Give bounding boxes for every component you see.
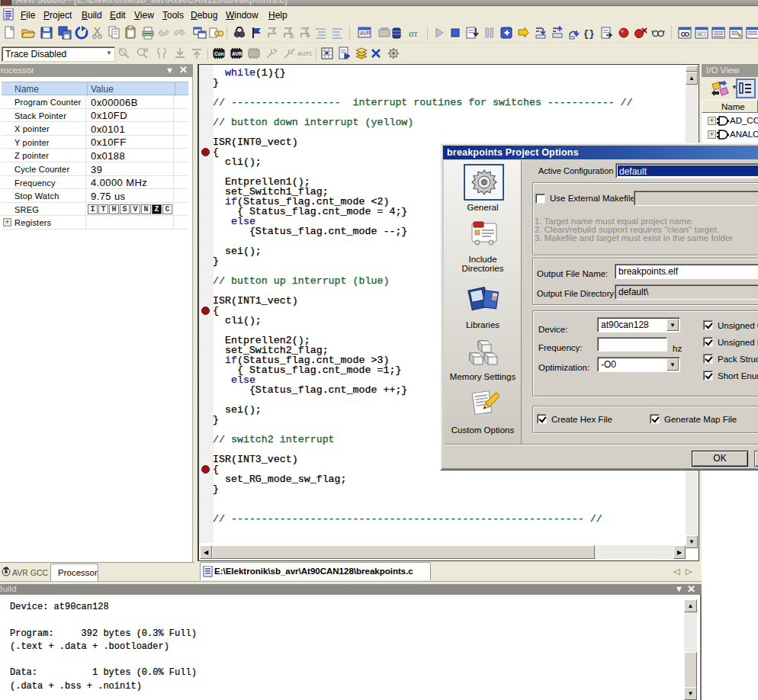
svg-text:AUTO: AUTO [297,50,312,57]
svg-text:Con: Con [214,51,224,56]
svg-text:ατ: ατ [409,27,419,39]
svg-text:{}: {} [583,29,594,40]
svg-text:AVR: AVR [360,31,371,36]
svg-text:AVR: AVR [232,51,242,56]
